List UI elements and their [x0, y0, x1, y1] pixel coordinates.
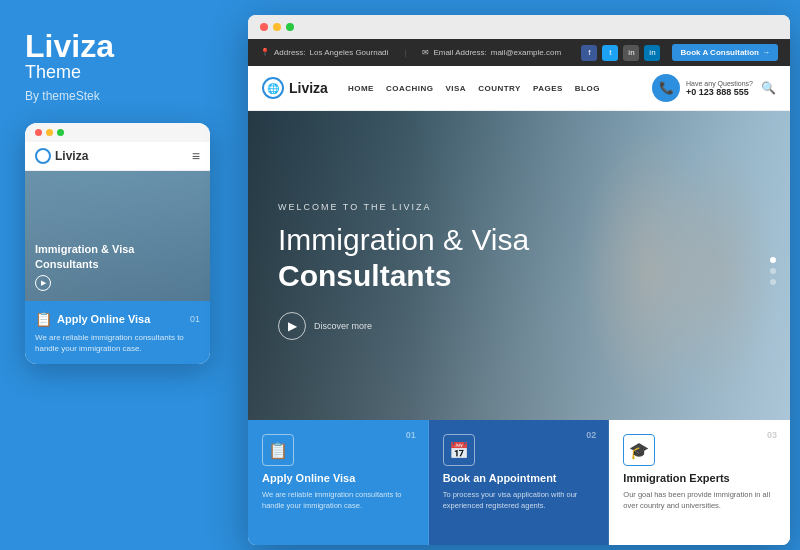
nav-country[interactable]: COUNTRY: [478, 84, 521, 93]
consultation-button[interactable]: Book A Consultation →: [672, 44, 778, 61]
site-topbar: 📍 Address: Los Angeles Gournadi | ✉ Emai…: [248, 39, 790, 66]
browser-dot-green: [286, 23, 294, 31]
mobile-mockup: Liviza ≡ Immigration & Visa Consultants …: [25, 123, 210, 364]
brand-by: By themeStek: [25, 89, 215, 103]
hero-dot-1: [770, 257, 776, 263]
left-panel: Liviza Theme By themeStek Liviza ≡ Immig…: [0, 0, 240, 550]
browser-dot-yellow: [273, 23, 281, 31]
card-1-icon: 📋: [262, 434, 294, 466]
card-3-icon: 🎓: [623, 434, 655, 466]
card-3-icon-area: 🎓: [623, 434, 775, 466]
hero-subtitle: WELCOME TO THE LIVIZA: [278, 202, 529, 212]
card-3-title: Immigration Experts: [623, 472, 775, 484]
site-nav: 🌐 Liviza HOME COACHING VISA COUNTRY PAGE…: [248, 66, 790, 111]
mobile-dot-yellow: [46, 129, 53, 136]
twitter-icon[interactable]: t: [602, 45, 618, 61]
site-hero: WELCOME TO THE LIVIZA Immigration & Visa…: [248, 111, 790, 431]
email-info: ✉ Email Address: mail@example.com: [422, 48, 561, 57]
mobile-hero: Immigration & Visa Consultants ▶: [25, 171, 210, 301]
hero-dots: [770, 257, 776, 285]
mobile-header: Liviza ≡: [25, 142, 210, 171]
globe-icon-small: [35, 148, 51, 164]
brand-title: Liviza: [25, 30, 215, 62]
address-label: Address:: [274, 48, 306, 57]
email-label: Email Address:: [433, 48, 486, 57]
linkedin-icon[interactable]: in: [623, 45, 639, 61]
location-icon: 📍: [260, 48, 270, 57]
address-info: 📍 Address: Los Angeles Gournadi: [260, 48, 388, 57]
nav-home[interactable]: HOME: [348, 84, 374, 93]
hamburger-icon[interactable]: ≡: [192, 148, 200, 164]
logo-text: Liviza: [289, 80, 328, 96]
discover-text: Discover more: [314, 321, 372, 331]
hero-title-line1: Immigration & Visa: [278, 223, 529, 256]
hero-discover: ▶ Discover more: [278, 312, 529, 340]
cards-row: 01 📋 Apply Online Visa We are reliable i…: [248, 420, 790, 545]
hero-title: Immigration & Visa Consultants: [278, 222, 529, 294]
mobile-card: 📋 Apply Online Visa 01 We are reliable i…: [25, 301, 210, 364]
search-icon[interactable]: 🔍: [761, 81, 776, 95]
site-logo: 🌐 Liviza: [262, 77, 328, 99]
card-2-desc: To process your visa application with ou…: [443, 489, 595, 512]
globe-icon: 🌐: [262, 77, 284, 99]
card-3-desc: Our goal has been provide immigration in…: [623, 489, 775, 512]
mobile-hero-text: Immigration & Visa Consultants ▶: [35, 242, 200, 291]
email-value: mail@example.com: [491, 48, 561, 57]
card-1-num: 01: [406, 430, 416, 440]
mobile-dot-red: [35, 129, 42, 136]
nav-right: 📞 Have any Questions? +0 123 888 555 🔍: [652, 74, 776, 102]
social-icons: f t in in: [581, 45, 660, 61]
phone-box: 📞 Have any Questions? +0 123 888 555: [652, 74, 753, 102]
mobile-hero-title: Immigration & Visa Consultants: [35, 242, 200, 271]
mobile-logo-text: Liviza: [55, 149, 88, 163]
browser-dot-red: [260, 23, 268, 31]
browser-dots: [248, 15, 790, 39]
card-2-icon: 📅: [443, 434, 475, 466]
card-appointment: 02 📅 Book an Appointment To process your…: [429, 420, 610, 545]
phone-info: Have any Questions? +0 123 888 555: [686, 80, 753, 97]
nav-blog[interactable]: BLOG: [575, 84, 600, 93]
card-2-num: 02: [586, 430, 596, 440]
hero-dot-3: [770, 279, 776, 285]
nav-visa[interactable]: VISA: [445, 84, 466, 93]
mobile-card-icon: 📋: [35, 311, 52, 327]
hero-title-line2: Consultants: [278, 258, 529, 294]
hero-content: WELCOME TO THE LIVIZA Immigration & Visa…: [248, 202, 529, 340]
linkedin2-icon[interactable]: in: [644, 45, 660, 61]
facebook-icon[interactable]: f: [581, 45, 597, 61]
card-1-desc: We are reliable immigration consultants …: [262, 489, 414, 512]
card-2-icon-area: 📅: [443, 434, 595, 466]
arrow-icon: →: [762, 48, 770, 57]
address-value: Los Angeles Gournadi: [310, 48, 389, 57]
card-2-title: Book an Appointment: [443, 472, 595, 484]
email-icon: ✉: [422, 48, 429, 57]
nav-coaching[interactable]: COACHING: [386, 84, 434, 93]
card-1-title: Apply Online Visa: [262, 472, 414, 484]
mobile-card-desc: We are reliable immigration consultants …: [35, 332, 200, 354]
card-experts: 03 🎓 Immigration Experts Our goal has be…: [609, 420, 790, 545]
mobile-card-header: 📋 Apply Online Visa 01: [35, 311, 200, 327]
mobile-dot-green: [57, 129, 64, 136]
brand-subtitle: Theme: [25, 62, 215, 83]
mobile-logo: Liviza: [35, 148, 88, 164]
discover-button[interactable]: ▶: [278, 312, 306, 340]
browser-mockup: 📍 Address: Los Angeles Gournadi | ✉ Emai…: [248, 15, 790, 545]
nav-pages[interactable]: PAGES: [533, 84, 563, 93]
mobile-card-title: 📋 Apply Online Visa: [35, 311, 150, 327]
hero-dot-2: [770, 268, 776, 274]
mobile-play-button[interactable]: ▶: [35, 275, 51, 291]
card-1-icon-area: 📋: [262, 434, 414, 466]
mobile-card-num: 01: [190, 314, 200, 324]
mobile-dots: [25, 123, 210, 142]
card-apply-visa: 01 📋 Apply Online Visa We are reliable i…: [248, 420, 429, 545]
card-3-num: 03: [767, 430, 777, 440]
phone-icon: 📞: [652, 74, 680, 102]
nav-links: HOME COACHING VISA COUNTRY PAGES BLOG: [348, 84, 652, 93]
have-questions: Have any Questions?: [686, 80, 753, 87]
phone-number: +0 123 888 555: [686, 87, 753, 97]
